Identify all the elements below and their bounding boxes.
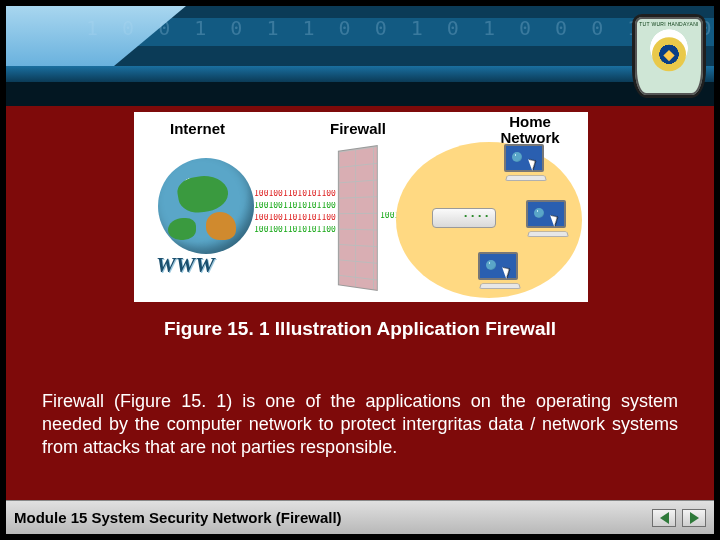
data-stream: 1001001101010110011 bbox=[254, 202, 336, 210]
footer-title: Module 15 System Security Network (Firew… bbox=[14, 509, 652, 526]
www-label: WWW bbox=[156, 252, 215, 278]
figure-caption: Figure 15. 1 Illustration Application Fi… bbox=[6, 318, 714, 340]
router-icon bbox=[432, 208, 496, 228]
arrow-left-icon bbox=[660, 512, 669, 524]
next-button[interactable] bbox=[682, 509, 706, 527]
crest-emblem: TUT WURI HANDAYANI bbox=[632, 14, 706, 98]
data-stream: 1001001101010110011 bbox=[254, 226, 336, 234]
data-stream: 1001001101010110011 bbox=[254, 190, 336, 198]
footer-bar: Module 15 System Security Network (Firew… bbox=[6, 500, 714, 534]
data-stream: 1001001101010110011 bbox=[254, 214, 336, 222]
firewall-icon bbox=[338, 145, 378, 291]
label-internet: Internet bbox=[170, 120, 225, 137]
banner-binary-decor: 1 0 0 1 0 1 1 0 0 1 0 1 0 0 0 1 1 0 1 0 … bbox=[86, 16, 714, 40]
prev-button[interactable] bbox=[652, 509, 676, 527]
crest-label: TUT WURI HANDAYANI bbox=[635, 21, 703, 27]
firewall-illustration: Internet Firewall Home Network WWW 10010… bbox=[134, 112, 588, 302]
header-banner: 1 0 0 1 0 1 1 0 0 1 0 1 0 0 0 1 1 0 1 0 … bbox=[6, 6, 714, 106]
label-firewall: Firewall bbox=[330, 120, 386, 137]
nav-controls bbox=[652, 509, 706, 527]
pc-icon bbox=[526, 200, 574, 242]
pc-icon bbox=[478, 252, 526, 294]
label-home-network: Home Network bbox=[490, 114, 570, 146]
arrow-right-icon bbox=[690, 512, 699, 524]
slide: 1 0 0 1 0 1 1 0 0 1 0 1 0 0 0 1 1 0 1 0 … bbox=[6, 6, 714, 534]
globe-icon bbox=[158, 158, 254, 254]
banner-bar bbox=[6, 66, 714, 82]
banner-bar-dark bbox=[6, 82, 714, 106]
body-paragraph: Firewall (Figure 15. 1) is one of the ap… bbox=[42, 390, 678, 459]
pc-icon bbox=[504, 144, 552, 186]
